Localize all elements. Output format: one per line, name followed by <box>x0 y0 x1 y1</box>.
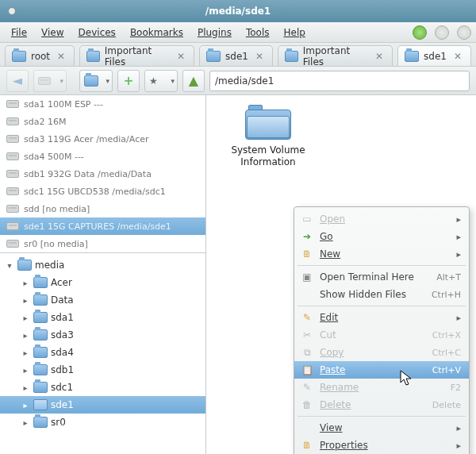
device-row[interactable]: sda4 500M --- <box>0 148 205 165</box>
device-label: sda1 100M ESP --- <box>24 99 103 110</box>
tree-row[interactable]: ▸sdb1 <box>0 361 205 379</box>
collapse-icon[interactable]: ▾ <box>5 261 14 270</box>
tab-close-icon[interactable]: ✕ <box>55 51 67 62</box>
tree-row[interactable]: ▸Acer <box>0 274 205 291</box>
go-up-button[interactable]: ▲ <box>182 70 205 92</box>
home-folder-button[interactable]: ▾ <box>79 70 113 92</box>
path-input[interactable]: /media/sde1 <box>209 71 470 91</box>
tab-sde1-1[interactable]: sde1 ✕ <box>199 45 273 66</box>
disk-icon <box>6 152 19 160</box>
folder-icon <box>33 417 48 428</box>
drive-button[interactable]: ▾ <box>33 70 67 92</box>
disk-icon <box>6 240 19 248</box>
device-label: sdc1 15G UBCD538 /media/sdc1 <box>24 187 166 197</box>
device-row[interactable]: sdc1 15G UBCD538 /media/sdc1 <box>0 183 205 200</box>
ctx-open-terminal[interactable]: ▣Open Terminal HereAlt+T <box>294 268 469 286</box>
folder-icon <box>33 294 48 306</box>
device-row[interactable]: sda2 16M <box>0 113 205 130</box>
device-row[interactable]: sdd [no media] <box>0 200 205 217</box>
tree-row[interactable]: ▸sda4 <box>0 344 205 361</box>
ctx-view[interactable]: View▸ <box>294 419 469 437</box>
cut-icon: ✂ <box>301 329 313 340</box>
disk-icon <box>6 222 19 230</box>
tab-label: root <box>31 51 50 62</box>
expand-icon[interactable]: ▸ <box>21 279 30 287</box>
device-list: sda1 100M ESP --- sda2 16M sda3 119G Ace… <box>0 95 205 253</box>
tab-important-files-2[interactable]: Important Files ✕ <box>278 45 393 66</box>
folder-tree: ▾media ▸Acer ▸Data ▸sda1 ▸sda3 ▸sda4 ▸sd… <box>0 253 205 454</box>
edit-icon: ✎ <box>301 312 313 323</box>
device-row-selected[interactable]: sde1 15G CAPTURES /media/sde1 <box>0 217 205 235</box>
tree-row-selected[interactable]: ▸sde1 <box>0 396 205 414</box>
folder-icon <box>86 51 100 62</box>
tree-label: sda1 <box>51 312 74 323</box>
ctx-delete[interactable]: 🗑DeleteDelete <box>294 396 469 414</box>
expand-icon[interactable]: ▸ <box>21 401 30 410</box>
menu-tools[interactable]: Tools <box>240 25 276 40</box>
expand-icon[interactable]: ▸ <box>21 314 30 322</box>
device-row[interactable]: sr0 [no media] <box>0 235 205 252</box>
arrow-up-icon: ▲ <box>189 73 198 88</box>
copy-icon: ⧉ <box>301 347 313 358</box>
device-label: sda4 500M --- <box>24 152 84 162</box>
tab-close-icon[interactable]: ✕ <box>253 51 266 62</box>
new-tab-button[interactable]: + <box>117 70 140 92</box>
ctx-paste[interactable]: 📋PasteCtrl+V <box>294 361 469 379</box>
status-dot-icon[interactable] <box>435 25 449 40</box>
submenu-icon: ▸ <box>456 423 461 433</box>
ctx-copy[interactable]: ⧉CopyCtrl+C <box>294 344 469 361</box>
folder-icon <box>33 277 48 288</box>
expand-icon[interactable]: ▸ <box>21 383 30 392</box>
device-row[interactable]: sda1 100M ESP --- <box>0 95 205 113</box>
status-dot-icon[interactable] <box>457 25 471 40</box>
folder-icon <box>285 51 298 62</box>
menu-bookmarks[interactable]: Bookmarks <box>124 25 190 40</box>
device-row[interactable]: sda3 119G Acer /media/Acer <box>0 130 205 148</box>
tree-row[interactable]: ▸sdc1 <box>0 379 205 396</box>
expand-icon[interactable]: ▸ <box>21 296 30 305</box>
arrow-left-icon: ◄ <box>13 73 22 88</box>
menu-help[interactable]: Help <box>277 25 311 40</box>
status-dot-active-icon[interactable] <box>413 25 427 40</box>
expand-icon[interactable]: ▸ <box>21 366 30 375</box>
menu-plugins[interactable]: Plugins <box>191 25 238 40</box>
tab-close-icon[interactable]: ✕ <box>373 51 386 62</box>
tab-close-icon[interactable]: ✕ <box>175 51 187 62</box>
tab-important-files-1[interactable]: Important Files ✕ <box>79 45 194 66</box>
tree-row[interactable]: ▸sda3 <box>0 326 205 344</box>
ctx-go[interactable]: ➔Go▸ <box>294 228 469 245</box>
tab-sde1-active[interactable]: sde1 ✕ <box>397 45 471 66</box>
tree-label: sda4 <box>51 347 74 358</box>
tab-root[interactable]: root ✕ <box>5 45 75 66</box>
ctx-properties[interactable]: 🗎Properties▸ <box>294 437 469 454</box>
device-row[interactable]: sdb1 932G Data /media/Data <box>0 165 205 183</box>
bookmarks-button[interactable]: ★▾ <box>144 70 178 92</box>
ctx-show-hidden[interactable]: Show Hidden FilesCtrl+H <box>294 286 469 303</box>
file-label-line2: Information <box>221 156 316 168</box>
tree-row[interactable]: ▸Data <box>0 291 205 309</box>
ctx-new[interactable]: 🗎New▸ <box>294 245 469 263</box>
tabbar: root ✕ Important Files ✕ sde1 ✕ Importan… <box>0 43 476 67</box>
menu-devices[interactable]: Devices <box>72 25 122 40</box>
submenu-icon: ▸ <box>456 441 461 451</box>
tree-row[interactable]: ▾media <box>0 256 205 274</box>
device-label: sr0 [no media] <box>24 239 88 249</box>
tree-row[interactable]: ▸sda1 <box>0 309 205 326</box>
ctx-open[interactable]: ▭Open▸ <box>294 210 469 228</box>
tab-label: Important Files <box>105 45 170 67</box>
ctx-cut[interactable]: ✂CutCtrl+X <box>294 326 469 344</box>
tree-label: sdb1 <box>51 364 74 375</box>
menu-file[interactable]: File <box>5 25 33 40</box>
device-label: sdd [no media] <box>24 204 90 214</box>
ctx-rename[interactable]: ✎RenameF2 <box>294 379 469 396</box>
tree-row[interactable]: ▸sr0 <box>0 414 205 431</box>
expand-icon[interactable]: ▸ <box>21 331 30 340</box>
nav-back-button[interactable]: ◄ <box>6 70 29 92</box>
ctx-edit[interactable]: ✎Edit▸ <box>294 309 469 326</box>
pin-icon[interactable] <box>8 7 16 15</box>
expand-icon[interactable]: ▸ <box>21 418 30 427</box>
expand-icon[interactable]: ▸ <box>21 348 30 357</box>
menu-view[interactable]: View <box>35 25 70 40</box>
file-item-folder[interactable]: System Volume Information <box>221 105 316 168</box>
tab-close-icon[interactable]: ✕ <box>451 51 464 62</box>
